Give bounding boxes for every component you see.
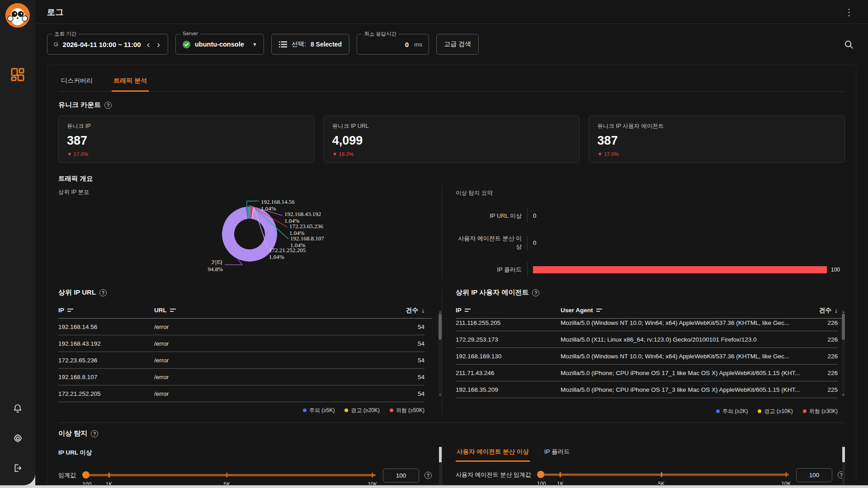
table-row: 192.168.14.56/error54 [58,319,425,335]
stat-value: 387 [67,134,306,148]
table-row: 172.29.253.173Mozilla/5.0 (X11; Linux x8… [456,331,838,348]
bell-icon [13,404,23,413]
slider-tick [226,473,228,478]
help-icon[interactable]: ? [99,289,107,296]
settings-button[interactable] [12,433,23,444]
flood-bar [533,266,827,273]
col-user-agent[interactable]: User Agent [561,307,802,314]
summary-label: IP URL 이상 [456,212,522,220]
period-label: 조회 기간 [52,31,79,38]
dropdown-caret-icon: ▼ [252,42,257,47]
tick-label: 10K [368,481,377,485]
panel-scrollbar[interactable]: ▼ [842,447,845,485]
prev-period-button[interactable]: ‹ [146,40,151,49]
slider-handle[interactable] [537,471,544,478]
slider-tick [661,472,662,477]
search-button[interactable] [841,37,856,52]
search-icon [844,40,854,49]
traffic-overview-title: 트래픽 개요 [58,174,845,183]
period-field[interactable]: 조회 기간 2026-04-11 10:00 ~ 11:00 ‹ › [47,34,168,55]
sidebar [0,0,35,485]
app-window: 로그 ⋮ 조회 기간 2026-04-11 10:00 ~ 11:00 ‹ › … [0,0,868,485]
table-header: IP User Agent 건수↓ [456,302,845,319]
sidebar-bottom [12,403,23,485]
server-select[interactable]: Server ubuntu-console ▼ [175,34,264,55]
top-ip-chart-title: 상위 IP 분포 [58,188,442,196]
tab-discovery[interactable]: 디스커버리 [59,72,94,91]
legend-item: 위험 (≥50K) [390,407,425,414]
tick-label: 1K [106,481,113,485]
flood-bar-value: 100 [831,267,840,273]
avatar[interactable] [5,3,30,28]
legend-dot-warn [344,408,348,412]
gear-icon [13,433,23,444]
help-icon[interactable]: ? [532,289,539,296]
tab-traffic-analysis[interactable]: 트래픽 분석 [112,72,149,92]
summary-row: IP URL 이상 0 [456,209,845,223]
threshold-slider[interactable]: 100 1K 5K 10K 민감 관대 [82,468,376,483]
min-response-field[interactable]: 최소 응답시간 0 ms [357,34,429,55]
stat-delta: ▼ 17.0% [67,151,306,157]
next-period-button[interactable]: › [156,40,161,49]
stat-value: 387 [597,134,836,148]
summary-value: 0 [527,236,845,250]
table-row: 192.168.169.130Mozilla/5.0 (Windows NT 1… [456,348,838,365]
unique-count-title-text: 유니크 카운트 [58,101,101,109]
slider-tick [786,472,787,477]
tab-ua-distribution-anomaly[interactable]: 사용자 에이전트 분산 이상 [456,444,530,462]
donut-leader-lines [58,198,411,278]
table-scrollbar[interactable]: ▲▼ [439,310,442,397]
traffic-overview: 상위 IP 분포 192.168.14.561.04% [58,185,845,278]
logout-button[interactable] [12,463,23,474]
table-scrollbar[interactable]: ▲▼ [842,310,845,397]
table-body: 192.168.14.56/error54 192.168.43.192/err… [58,319,432,402]
table-row: 211.116.255.205Mozilla/5.0 (Windows NT 1… [456,319,838,331]
help-icon[interactable]: ? [91,430,98,437]
top-ip-url-table: 상위 IP URL ? IP URL 건수↓ 192.168.14.56/err… [58,288,442,415]
tab-ip-flood[interactable]: IP 플러드 [543,444,571,462]
col-url[interactable]: URL [154,307,389,314]
table-row: 172.23.65.236/error54 [58,352,425,369]
table-body: 211.116.255.205Mozilla/5.0 (Windows NT 1… [456,319,845,403]
summary-label: IP 플러드 [456,266,522,274]
tick-label: 5K [658,481,665,485]
table-row: 192.168.8.107/error54 [58,369,425,385]
legend-item: 경고 (≥20K) [344,407,379,414]
summary-row-flood: IP 플러드 100 [456,263,845,277]
sidebar-item-dashboard[interactable] [8,65,28,84]
anomaly-summary-title: 이상 탐지 요약 [456,189,845,197]
col-ip[interactable]: IP [456,307,561,314]
slider-track[interactable] [538,474,789,476]
legend-dot-danger [803,409,807,413]
legend-dot-danger [390,408,393,412]
help-icon[interactable]: ? [104,102,112,109]
col-ip[interactable]: IP [58,307,154,314]
period-value: 2026-04-11 10:00 ~ 11:00 [63,41,141,48]
summary-row: 사용자 에이전트 분산 이상 0 [456,235,845,251]
anomaly-section: IP URL 이상 임계값 100 1K 5K [58,444,845,485]
sort-icon [596,309,602,312]
slider-track[interactable] [82,474,376,476]
advanced-search-button[interactable]: 고급 검색 [436,34,479,55]
slider-handle[interactable] [82,471,90,479]
col-count[interactable]: 건수↓ [389,306,425,314]
meerkat-logo-icon [5,3,30,28]
legend-item: 위험 (≥30K) [803,408,838,415]
col-count[interactable]: 건수↓ [802,306,838,314]
stat-value: 4,099 [332,134,571,148]
threshold-input[interactable]: 100 [796,468,832,482]
threshold-slider[interactable]: 100 1K 5K 10K 민감 관대 [538,467,789,483]
threshold-row: 사용자 에이전트 분산 임계값 100 1K 5K 10K [456,467,845,483]
selected-servers-button[interactable]: 선택: 8 Selected [271,34,349,55]
flood-bar-cell: 100 [527,263,845,277]
anomaly-section-title: 이상 탐지 ? [58,429,845,438]
donut-label: 172.21.252.2051.04% [269,247,306,261]
slider-tick [560,472,561,477]
threshold-input[interactable]: 100 [383,469,419,483]
help-icon[interactable]: ? [425,472,432,479]
threshold-label: 임계값 [58,471,76,479]
kebab-menu-icon[interactable]: ⋮ [842,7,856,18]
notifications-button[interactable] [12,403,23,414]
min-response-input[interactable]: 0 [363,41,414,48]
legend-dot-info [716,409,720,413]
